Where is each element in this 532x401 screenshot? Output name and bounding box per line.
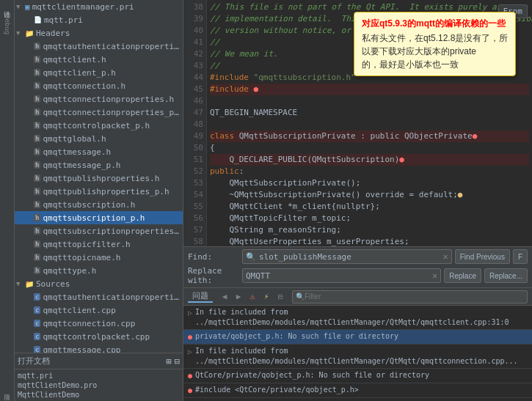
sidebar-footer-item[interactable]: mqtt.pri <box>18 371 180 380</box>
tree-icon-4: h <box>34 43 40 50</box>
find-prev-button[interactable]: Find Previous <box>455 249 510 264</box>
line-num-54: 54 <box>183 189 203 201</box>
icon-bar-design[interactable]: 设计 <box>1 3 13 9</box>
issue-item-4[interactable]: ●#include <QtCore/private/qobject_p.h> <box>183 383 532 398</box>
tree-item-20[interactable]: hqmqtttopicname.h <box>15 251 183 264</box>
tree-label-3: Headers <box>36 29 70 38</box>
tree-item-11[interactable]: hqmqttglobal.h <box>15 132 183 145</box>
icon-bar: 设计 Debug 项目 帮助 <box>0 0 15 401</box>
tree-item-4[interactable]: hqmqttauthenticationpropertie... <box>15 40 183 53</box>
line-num-43: 43 <box>183 60 203 72</box>
code-line-45: #include ● <box>210 84 529 95</box>
icon-bar-help[interactable]: 帮助 <box>1 395 13 401</box>
issue-text-1: private/qobject_p.h: No such file or dir… <box>195 331 528 342</box>
issue-item-3[interactable]: ●QtCore/private/qobject_p.h: No such fil… <box>183 369 532 383</box>
tree-item-22[interactable]: ▼📁 Sources <box>15 277 183 290</box>
sidebar-collapse-icon[interactable]: ⊟ <box>175 356 180 367</box>
tree-item-17[interactable]: hqmqttsubscription_p.h <box>15 211 183 224</box>
line-num-41: 41 <box>183 37 203 48</box>
line-num-50: 50 <box>183 142 203 154</box>
issues-nav-back[interactable]: ◀ <box>219 291 230 303</box>
tree-item-14[interactable]: hqmqttpublishproperties.h <box>15 172 183 185</box>
issue-icon-1: ● <box>188 332 192 342</box>
tree-item-21[interactable]: hqmqtttype.h <box>15 264 183 277</box>
issue-text-4: #include <QtCore/private/qobject_p.h> <box>195 385 528 395</box>
tree-item-3[interactable]: ▼📁 Headers <box>15 26 183 40</box>
filter-input[interactable] <box>305 293 349 301</box>
find-input[interactable] <box>259 252 443 262</box>
tree-icon-8: h <box>34 95 40 103</box>
editor-area: 3839404142434445464748495051525354555657… <box>183 0 532 401</box>
replace-buttons: Replace Replace... <box>444 268 528 283</box>
tree-item-13[interactable]: hqmqttmessage_p.h <box>15 158 183 172</box>
tree-item-15[interactable]: hqmqttpublishproperties_p.h <box>15 185 183 198</box>
replace-input[interactable] <box>246 271 432 281</box>
issues-tab[interactable]: 问题 <box>188 290 213 303</box>
error-indicator: ● <box>399 154 404 166</box>
tree-item-2[interactable]: 📄 mqtt.pri <box>15 13 183 26</box>
find-bar: Find: 🔍 ✕ Find Previous F Replace with: … <box>183 246 532 287</box>
sidebar-footer-item[interactable]: mqttClientDemo.pro <box>18 380 180 390</box>
tree-item-16[interactable]: hqmqttsubscription.h <box>15 198 183 211</box>
find-next-button[interactable]: F <box>513 249 528 264</box>
code-line-55: QMqttClient *m_client{nullptr}; <box>210 201 529 213</box>
tree-icon-21: h <box>34 267 40 274</box>
tree-item-7[interactable]: hqmqttconnection.h <box>15 79 183 92</box>
tree-item-18[interactable]: hqmqttsubscriptionproperties... <box>15 224 183 238</box>
issues-error-icon[interactable]: ⚠ <box>247 291 258 303</box>
line-num-38: 38 <box>183 1 203 13</box>
tree-item-12[interactable]: hqmqttmessage.h <box>15 145 183 158</box>
tree-icon-19: h <box>34 240 40 248</box>
find-input-wrap: 🔍 ✕ <box>242 249 452 264</box>
tree-item-5[interactable]: hqmqttclient.h <box>15 53 183 66</box>
replace-button[interactable]: Replace <box>444 268 481 283</box>
tree-item-1[interactable]: ▼▣ mqttclientmanager.pri <box>15 0 183 13</box>
line-num-56: 56 <box>183 213 203 224</box>
replace-all-button[interactable]: Replace... <box>484 268 528 283</box>
tree-label-6: qmqttclient_p.h <box>43 68 115 78</box>
tree-label-27: qmqttmessage.cpp <box>43 345 120 353</box>
tree-item-25[interactable]: cqmqttconnection.cpp <box>15 317 183 330</box>
issue-item-5[interactable]: ▷/home/yang/work/develop/ampHttpServerDe… <box>183 398 532 401</box>
tree-item-26[interactable]: cqmqttcontrolpacket.cpp <box>15 330 183 343</box>
issue-item-1[interactable]: ●private/qobject_p.h: No such file or di… <box>183 330 532 345</box>
filter-icon: 🔍 <box>296 293 305 301</box>
tree-icon-27: c <box>34 346 40 353</box>
line-num-55: 55 <box>183 201 203 213</box>
tree-item-24[interactable]: cqmqttclient.cpp <box>15 303 183 317</box>
tree-item-19[interactable]: hqmqtttopicfilter.h <box>15 238 183 251</box>
line-num-40: 40 <box>183 25 203 37</box>
tree-item-10[interactable]: hqmqttcontrolpacket_p.h <box>15 119 183 132</box>
sidebar-expand-icon[interactable]: ⊞ <box>167 356 172 367</box>
replace-clear-icon[interactable]: ✕ <box>432 271 437 281</box>
tree-icon-13: h <box>34 161 40 169</box>
issue-item-2[interactable]: ▷In file included from ../mqttClientDemo… <box>183 345 532 369</box>
issue-text-2: In file included from ../mqttClientDemo/… <box>195 346 528 367</box>
tree-label-15: qmqttpublishproperties_p.h <box>43 187 169 196</box>
tree-item-27[interactable]: cqmqttmessage.cpp <box>15 343 183 353</box>
tree-icon-25: c <box>34 320 40 327</box>
tree-label-1: mqttclientmanager.pri <box>32 2 134 12</box>
issues-warn-icon[interactable]: ⚡ <box>260 291 272 303</box>
line-num-58: 58 <box>183 236 203 246</box>
line-num-53: 53 <box>183 177 203 189</box>
icon-bar-debug[interactable]: Debug <box>1 12 13 37</box>
icon-bar-project[interactable]: 项目 <box>1 386 13 392</box>
issue-item-0[interactable]: ▷In file included from ../mqttClientDemo… <box>183 306 532 330</box>
line-num-47: 47 <box>183 107 203 119</box>
tree-label-18: qmqttsubscriptionproperties... <box>43 227 181 236</box>
sidebar-footer-item[interactable]: MqttClientDemo <box>18 390 180 400</box>
issues-filter-toggle[interactable]: ⊟ <box>274 291 286 303</box>
find-label: Find: <box>188 252 239 262</box>
find-clear-icon[interactable]: ✕ <box>443 251 448 262</box>
tree-item-9[interactable]: hqmqttconnectionproperties_p... <box>15 106 183 119</box>
tree-label-19: qmqtttopicfilter.h <box>43 240 130 249</box>
code-lines[interactable]: // This file is not part of the Qt API. … <box>207 0 532 246</box>
find-row: Find: 🔍 ✕ Find Previous F <box>188 249 528 264</box>
tree-item-23[interactable]: cqmqttauthenticationpropertie... <box>15 290 183 303</box>
issue-text-0: In file included from ../mqttClientDemo/… <box>195 307 528 328</box>
tree-item-6[interactable]: hqmqttclient_p.h <box>15 66 183 79</box>
issues-nav-fwd[interactable]: ▶ <box>233 291 244 303</box>
sidebar-footer: mqtt.primqttClientDemo.proMqttClientDemo <box>15 369 183 401</box>
tree-item-8[interactable]: hqmqttconnectionproperties.h <box>15 92 183 106</box>
